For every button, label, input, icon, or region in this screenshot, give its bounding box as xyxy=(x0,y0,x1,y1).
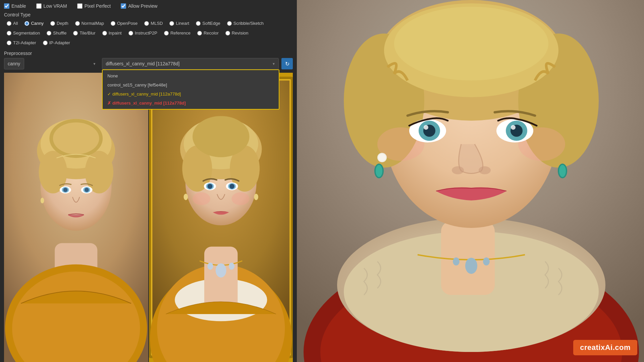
allow-preview-checkbox[interactable] xyxy=(121,3,126,9)
enable-checkbox[interactable] xyxy=(4,3,9,9)
svg-point-39 xyxy=(193,192,210,205)
pixel-perfect-checkbox-label[interactable]: Pixel Perfect xyxy=(77,3,111,9)
radio-softedge[interactable]: SoftEdge xyxy=(193,19,223,27)
radio-scribble[interactable]: Scribble/Sketch xyxy=(224,19,266,27)
radio-mlsd[interactable]: MLSD xyxy=(142,19,165,27)
low-vram-label: Low VRAM xyxy=(44,3,67,9)
radio-instructp2p-input[interactable] xyxy=(128,31,133,36)
radio-shuffle[interactable]: Shuffle xyxy=(44,29,69,37)
image-panel-left xyxy=(4,73,148,362)
radio-inpaint[interactable]: Inpaint xyxy=(100,29,124,37)
svg-point-78 xyxy=(559,165,566,177)
radio-tileblur-input[interactable] xyxy=(73,31,78,36)
radio-t2iadapter[interactable]: T2I-Adapter xyxy=(4,39,39,47)
radio-ipadapter-input[interactable] xyxy=(43,41,48,45)
radio-canny-input[interactable] xyxy=(24,21,29,26)
radio-lineart[interactable]: Lineart xyxy=(167,19,192,27)
radio-openpose-input[interactable] xyxy=(111,21,115,26)
svg-point-11 xyxy=(53,122,99,154)
control-type-row3: T2I-Adapter IP-Adapter xyxy=(4,39,293,47)
svg-point-72 xyxy=(479,166,491,174)
svg-point-69 xyxy=(424,125,428,130)
radio-inpaint-input[interactable] xyxy=(102,31,107,36)
left-panel: Enable Low VRAM Pixel Perfect Allow Prev… xyxy=(0,0,297,362)
svg-point-53 xyxy=(453,257,460,265)
svg-point-41 xyxy=(215,263,226,278)
radio-segmentation-input[interactable] xyxy=(7,31,11,36)
radio-recolor[interactable]: Recolor xyxy=(195,29,221,37)
model-dropdown-popup: None control_sd15_canny [fef5e48e] diffu… xyxy=(102,69,279,110)
preprocessor-section: Preprocessor canny diffusers_xl_canny_mi… xyxy=(4,51,293,69)
svg-point-37 xyxy=(207,184,212,189)
svg-point-38 xyxy=(229,184,234,189)
svg-point-71 xyxy=(452,166,464,174)
dropdown-item-sd15[interactable]: control_sd15_canny [fef5e48e] xyxy=(103,80,279,89)
preprocessor-select[interactable]: canny xyxy=(4,58,24,69)
low-vram-checkbox[interactable] xyxy=(36,3,42,9)
radio-openpose[interactable]: OpenPose xyxy=(108,19,140,27)
svg-point-18 xyxy=(41,198,44,203)
svg-point-60 xyxy=(394,7,548,80)
dropdown-item-xl-mid-selected[interactable]: diffusers_xl_canny_mid [112a778d] xyxy=(103,89,279,99)
svg-point-16 xyxy=(63,188,68,192)
svg-point-43 xyxy=(229,263,234,270)
dropdown-item-none[interactable]: None xyxy=(103,71,279,80)
radio-recolor-input[interactable] xyxy=(197,31,202,36)
radio-reference-input[interactable] xyxy=(164,31,169,36)
svg-point-32 xyxy=(193,116,249,157)
svg-rect-26 xyxy=(204,247,237,311)
radio-normalmap[interactable]: NormalMap xyxy=(72,19,107,27)
radio-shuffle-input[interactable] xyxy=(47,31,51,36)
radio-normalmap-input[interactable] xyxy=(75,21,80,26)
model-select-wrapper: diffusers_xl_canny_mid [112a778d] xyxy=(102,58,279,69)
radio-revision-input[interactable] xyxy=(225,31,230,36)
preprocessor-label: Preprocessor xyxy=(4,51,293,56)
preprocessor-select-wrapper: canny xyxy=(4,58,99,69)
svg-point-54 xyxy=(483,257,490,265)
svg-point-45 xyxy=(254,194,258,200)
svg-point-17 xyxy=(85,188,89,192)
control-type-row2: Segmentation Shuffle Tile/Blur Inpaint I… xyxy=(4,29,293,37)
radio-segmentation[interactable]: Segmentation xyxy=(4,29,43,37)
control-type-row1: All Canny Depth NormalMap OpenPose MLSD … xyxy=(4,19,293,27)
radio-all[interactable]: All xyxy=(4,19,20,27)
radio-canny[interactable]: Canny xyxy=(22,19,46,27)
image-panel-middle xyxy=(149,73,293,362)
svg-point-42 xyxy=(207,263,213,270)
radio-instructp2p[interactable]: InstructP2P xyxy=(126,29,160,37)
pixel-perfect-checkbox[interactable] xyxy=(77,3,83,9)
watermark: creatixAi.com xyxy=(573,340,637,355)
svg-point-40 xyxy=(231,192,249,205)
enable-checkbox-label[interactable]: Enable xyxy=(4,3,26,9)
radio-ipadapter[interactable]: IP-Adapter xyxy=(40,39,73,47)
radio-lineart-input[interactable] xyxy=(169,21,174,26)
refresh-button[interactable]: ↻ xyxy=(281,58,293,69)
svg-point-44 xyxy=(183,194,188,200)
top-controls: Enable Low VRAM Pixel Perfect Allow Prev… xyxy=(4,3,293,9)
model-select[interactable]: diffusers_xl_canny_mid [112a778d] xyxy=(102,58,279,69)
portrait-left-svg xyxy=(4,73,148,362)
radio-softedge-input[interactable] xyxy=(196,21,201,26)
portrait-right-svg xyxy=(297,0,644,362)
svg-point-74 xyxy=(378,154,386,161)
svg-point-70 xyxy=(511,125,516,130)
model-row: diffusers_xl_canny_mid [112a778d] ↻ None… xyxy=(102,58,293,69)
dropdown-item-xl-mid2[interactable]: ✗ diffusers_xl_canny_mid [112a778d] xyxy=(103,99,279,108)
radio-depth[interactable]: Depth xyxy=(48,19,71,27)
pixel-perfect-label: Pixel Perfect xyxy=(85,3,111,9)
right-panel: creatixAi.com xyxy=(297,0,644,362)
enable-label: Enable xyxy=(11,3,26,9)
allow-preview-checkbox-label[interactable]: Allow Preview xyxy=(121,3,157,9)
radio-scribble-input[interactable] xyxy=(227,21,232,26)
radio-reference[interactable]: Reference xyxy=(161,29,193,37)
radio-all-input[interactable] xyxy=(7,21,11,26)
radio-t2iadapter-input[interactable] xyxy=(7,41,11,45)
images-row xyxy=(4,73,293,362)
radio-mlsd-input[interactable] xyxy=(144,21,149,26)
radio-depth-input[interactable] xyxy=(50,21,55,26)
radio-tileblur[interactable]: Tile/Blur xyxy=(70,29,98,37)
low-vram-checkbox-label[interactable]: Low VRAM xyxy=(36,3,67,9)
svg-point-52 xyxy=(465,258,477,274)
preprocessor-row: canny diffusers_xl_canny_mid [112a778d] … xyxy=(4,58,293,69)
radio-revision[interactable]: Revision xyxy=(223,29,251,37)
